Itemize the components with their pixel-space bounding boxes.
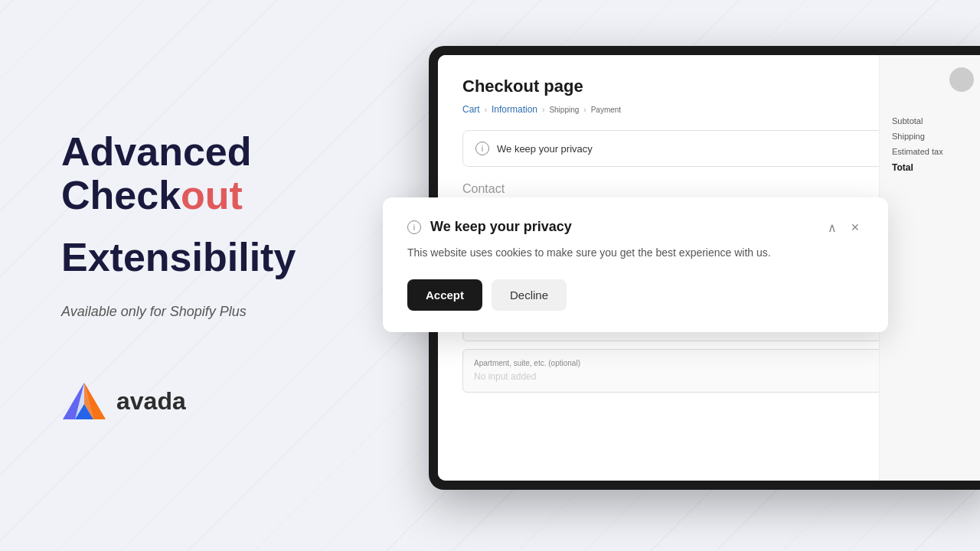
popup-overlay: i We keep your privacy ∧ ✕ This website … xyxy=(0,0,980,551)
accept-button[interactable]: Accept xyxy=(407,279,482,311)
popup-title: We keep your privacy xyxy=(430,219,572,235)
decline-button[interactable]: Decline xyxy=(492,279,567,311)
popup-close-icon[interactable]: ✕ xyxy=(847,219,864,236)
popup-actions: Accept Decline xyxy=(407,279,864,311)
popup-header-left: i We keep your privacy xyxy=(407,219,572,235)
popup-info-icon: i xyxy=(407,220,421,234)
privacy-popup: i We keep your privacy ∧ ✕ This website … xyxy=(383,197,888,332)
popup-body: This website uses cookies to make sure y… xyxy=(407,245,864,261)
popup-header: i We keep your privacy ∧ ✕ xyxy=(407,219,864,236)
popup-header-controls: ∧ ✕ xyxy=(824,219,864,236)
chevron-up-icon[interactable]: ∧ xyxy=(824,219,841,236)
